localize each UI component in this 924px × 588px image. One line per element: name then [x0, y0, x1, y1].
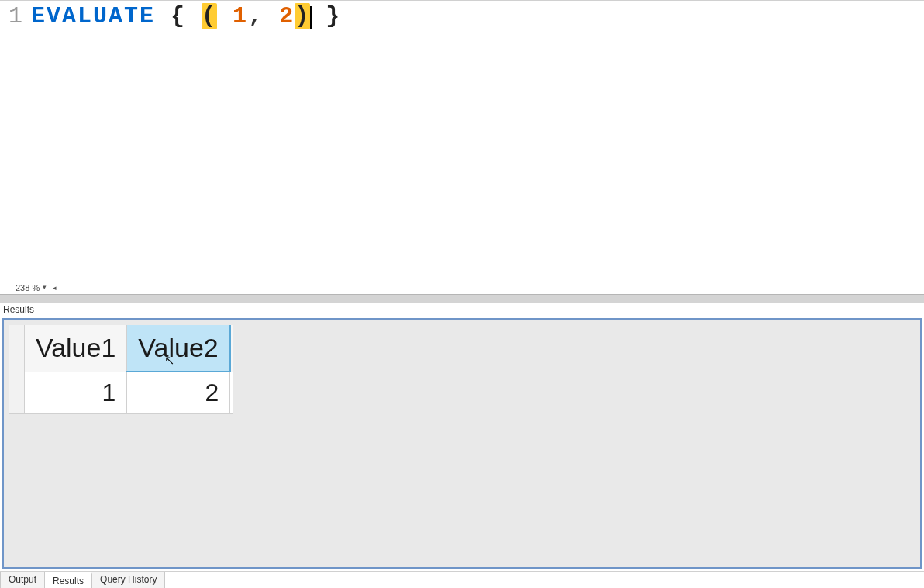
hscroll-left-icon[interactable]: ◂ — [53, 284, 57, 292]
bottom-tab[interactable]: Results — [45, 572, 92, 588]
results-panel: Results Value1Value2↖12 — [0, 303, 924, 572]
column-header[interactable]: Value2↖ — [127, 325, 230, 372]
token-value2: 2 — [279, 3, 295, 29]
token-close-paren: ) — [295, 3, 310, 29]
bottom-tab[interactable]: Query History — [92, 572, 165, 588]
text-caret — [310, 6, 312, 29]
bottom-tabstrip: OutputResultsQuery History — [0, 572, 924, 588]
editor-gutter: 1 — [0, 1, 26, 294]
column-header-filler — [230, 325, 233, 372]
row-header[interactable] — [9, 372, 25, 414]
token-keyword: EVALUATE — [31, 3, 155, 29]
token-value1: 1 — [233, 3, 248, 29]
cursor-icon: ↖ — [164, 353, 174, 368]
horizontal-splitter[interactable] — [0, 294, 924, 303]
token-close-brace: } — [326, 3, 341, 29]
token-open-paren: ( — [202, 3, 217, 29]
line-number: 1 — [9, 3, 22, 29]
zoom-dropdown-icon[interactable]: ▾ — [43, 283, 47, 291]
code-line[interactable]: EVALUATE { ( 1, 2) } — [31, 1, 924, 32]
editor-status-bar: 238 % ▾ ◂ — [0, 282, 57, 294]
results-grid-wrap: Value1Value2↖12 — [2, 318, 922, 569]
code-editor[interactable]: 1 EVALUATE { ( 1, 2) } 238 % ▾ ◂ — [0, 0, 924, 294]
grid-cell[interactable]: 1 — [25, 372, 127, 414]
token-comma: , — [248, 3, 264, 29]
column-header[interactable]: Value1 — [25, 325, 127, 372]
bottom-tab[interactable]: Output — [0, 572, 45, 588]
grid-cell[interactable]: 2 — [127, 372, 230, 414]
grid-corner[interactable] — [9, 325, 25, 372]
zoom-level[interactable]: 238 % — [16, 283, 40, 292]
results-grid[interactable]: Value1Value2↖12 — [9, 325, 233, 414]
token-open-brace: { — [171, 3, 186, 29]
results-panel-label: Results — [0, 303, 924, 316]
grid-cell-filler — [230, 372, 233, 414]
